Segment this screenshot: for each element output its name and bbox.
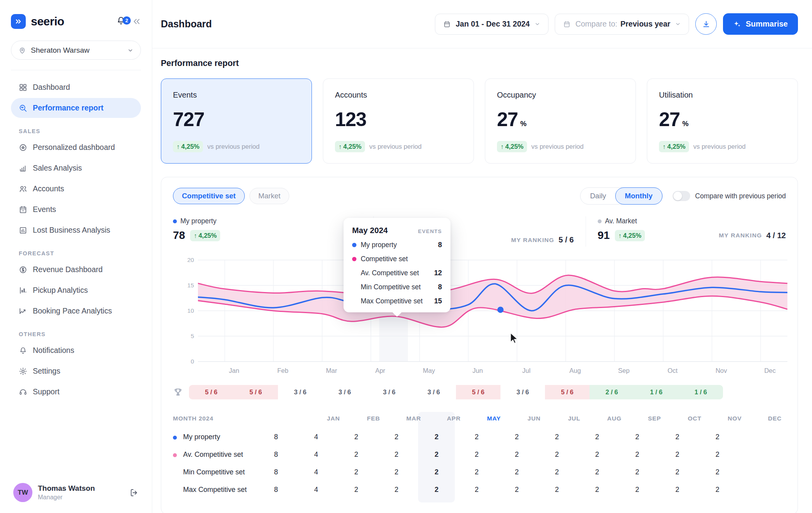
y-tick-label: 15 — [187, 282, 194, 289]
sidebar-item-label: Performance report — [33, 103, 103, 112]
app-window: seerio 2 Sheraton Warsaw — [0, 0, 812, 513]
sidebar-item-personalized-dashboard[interactable]: Personalized dashboard — [11, 137, 141, 157]
granularity-daily[interactable]: Daily — [581, 192, 615, 200]
table-cell: 2 — [337, 486, 376, 494]
delta-badge: ↑4,25% — [497, 141, 527, 152]
logout-icon[interactable] — [129, 488, 139, 497]
ranking-cell: 5 / 6 — [456, 385, 500, 399]
table-cell: 2 — [377, 433, 416, 441]
x-tick-label: Apr — [365, 367, 396, 374]
table-cell: 2 — [658, 468, 697, 476]
avatar: TW — [13, 483, 32, 502]
compare-period-toggle[interactable] — [673, 191, 690, 201]
kpi-suffix: vs previous period — [369, 143, 422, 150]
x-tick-label: Aug — [559, 367, 591, 374]
sidebar-item-booking-pace[interactable]: Booking Pace Analytics — [11, 301, 141, 321]
table-cell: 2 — [497, 433, 536, 441]
download-icon — [702, 20, 710, 28]
compare-to-value: Previous year — [620, 20, 670, 28]
ranking-cell: 1 / 6 — [678, 385, 723, 399]
legend-dot-blue — [173, 219, 177, 223]
ranking-cell: 3 / 6 — [411, 385, 456, 399]
month-header: DEC — [755, 415, 794, 422]
sidebar-item-accounts[interactable]: Accounts — [11, 179, 141, 199]
sidebar-item-settings[interactable]: Settings — [11, 361, 141, 381]
sidebar-item-revenue-dashboard[interactable]: Revenue Dashboard — [11, 260, 141, 280]
sidebar-item-label: Settings — [33, 367, 60, 376]
summarise-button[interactable]: Summarise — [723, 13, 798, 35]
bell-icon — [19, 346, 27, 355]
compare-to-prefix: Compare to: — [575, 20, 617, 28]
table-cell: 2 — [417, 486, 456, 494]
main-area: Dashboard Jan 01 - Dec 31 2024 Compare t… — [152, 0, 812, 513]
tooltip-row: Max Competitive set15 — [352, 297, 442, 305]
table-cell: 2 — [337, 451, 376, 459]
events-line-chart[interactable] — [198, 258, 787, 364]
delta-badge: ↑4,25% — [335, 141, 365, 152]
notification-count-badge: 2 — [123, 16, 131, 25]
sidebar-item-label: Lost Business Analysis — [33, 226, 110, 235]
sidebar-item-label: Accounts — [33, 184, 64, 193]
table-cell: 2 — [337, 468, 376, 476]
granularity-monthly[interactable]: Monthly — [615, 187, 662, 205]
gear-icon — [19, 367, 27, 376]
property-selector[interactable]: Sheraton Warsaw — [11, 41, 141, 60]
table-cell: 8 — [256, 468, 296, 476]
section-title: Performance report — [161, 59, 798, 68]
sidebar-item-support[interactable]: Support — [11, 382, 141, 402]
notifications-bell-icon[interactable]: 2 — [116, 16, 126, 27]
kpi-card-accounts[interactable]: Accounts 123 ↑4,25%vs previous period — [323, 78, 474, 164]
brand-name: seerio — [31, 15, 64, 28]
filter-market[interactable]: Market — [249, 188, 290, 204]
delta-badge: ↑4,25% — [173, 141, 203, 152]
tooltip-title: May 2024 — [352, 226, 388, 235]
kpi-value: 727 — [173, 108, 204, 131]
table-cell: 2 — [698, 486, 737, 494]
ranking-cell: 5 / 6 — [545, 385, 589, 399]
ranking-label: MY RANKING — [511, 237, 554, 244]
sidebar-section-sales: SALES — [11, 128, 141, 134]
calendar-icon — [443, 20, 451, 28]
table-cell: 2 — [538, 451, 577, 459]
user-profile[interactable]: TW Thomas Watson Manager — [11, 483, 141, 502]
chevron-down-icon — [534, 21, 540, 27]
sidebar-item-sales-analysis[interactable]: Sales Analysis — [11, 158, 141, 178]
tooltip-tag: EVENTS — [418, 228, 442, 234]
my-ranking: MY RANKING 4 / 12 — [719, 231, 786, 240]
sidebar-item-performance-report[interactable]: Performance report — [11, 98, 141, 118]
sidebar-item-notifications[interactable]: Notifications — [11, 340, 141, 360]
table-cell: 2 — [497, 468, 536, 476]
sidebar-item-lost-business[interactable]: Lost Business Analysis — [11, 220, 141, 240]
sidebar-item-events[interactable]: Events — [11, 200, 141, 219]
tooltip-row: My property8 — [352, 241, 442, 249]
table-cell: 2 — [577, 451, 616, 459]
compare-to-picker[interactable]: Compare to: Previous year — [555, 14, 689, 35]
filter-competitive-set[interactable]: Competitive set — [173, 188, 245, 204]
sidebar-item-pickup-analytics[interactable]: Pickup Analytics — [11, 280, 141, 300]
month-header: APR — [434, 415, 473, 422]
property-selector-value: Sheraton Warsaw — [31, 46, 89, 55]
dashboard-grid-icon — [19, 83, 27, 92]
x-tick-label: Jun — [462, 367, 493, 374]
x-axis-labels: JanFebMarAprMayJunJulAugSepOctNovDec — [207, 367, 797, 379]
download-button[interactable] — [695, 13, 717, 35]
kpi-value: 27 — [497, 108, 518, 131]
ranking-cell: 3 / 6 — [500, 385, 545, 399]
legend-dot — [173, 453, 177, 457]
table-cell: 2 — [577, 486, 616, 494]
kpi-label: Events — [173, 91, 300, 100]
sidebar-item-dashboard[interactable]: Dashboard — [11, 77, 141, 97]
collapse-sidebar-icon[interactable] — [132, 17, 141, 26]
compare-period-label: Compare with previous period — [695, 192, 786, 200]
table-cell: 2 — [377, 468, 416, 476]
stats-row: My property 78 ↑4,25% MY RANKING 5 / 6 — [161, 216, 798, 247]
kpi-card-events[interactable]: Events 727 ↑4,25%vs previous period — [161, 78, 312, 164]
kpi-card-occupancy[interactable]: Occupancy 27% ↑4,25%vs previous period — [485, 78, 636, 164]
granularity-toggle: Daily Monthly — [580, 187, 662, 205]
hover-point-marker — [497, 306, 504, 313]
date-range-picker[interactable]: Jan 01 - Dec 31 2024 — [435, 14, 548, 35]
top-bar: Dashboard Jan 01 - Dec 31 2024 Compare t… — [152, 0, 812, 48]
kpi-card-utilisation[interactable]: Utilisation 27% ↑4,25%vs previous period — [647, 78, 798, 164]
headset-icon — [19, 388, 27, 396]
table-cell: 4 — [297, 451, 336, 459]
